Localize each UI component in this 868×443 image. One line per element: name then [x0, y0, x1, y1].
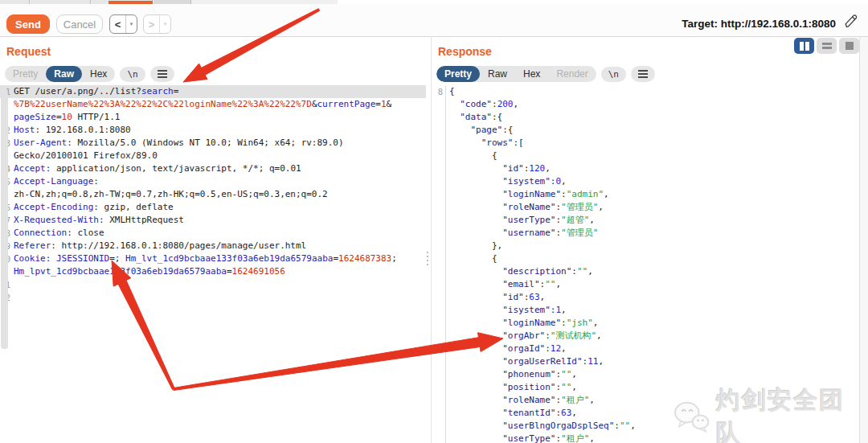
- editor-line[interactable]: "userBlngOrgaDsplSeq":"",: [432, 420, 859, 433]
- editor-line[interactable]: "id":63,: [432, 291, 859, 304]
- target-bar: Target: http://192.168.0.1:8080: [682, 15, 836, 31]
- editor-line[interactable]: "phonenum":"",: [432, 368, 859, 381]
- request-tab-raw[interactable]: Raw: [46, 66, 82, 82]
- editor-line[interactable]: "userType":"超管",: [432, 214, 859, 227]
- editor-line[interactable]: pageSize=10 HTTP/1.1: [0, 111, 426, 124]
- response-panel-title: Response: [438, 45, 492, 58]
- editor-line[interactable]: "loginName":"admin",: [432, 188, 859, 201]
- response-tab-render[interactable]: Render: [548, 66, 596, 82]
- request-tab-pretty[interactable]: Pretty: [5, 66, 46, 82]
- editor-line[interactable]: "username":"管理员": [432, 227, 859, 240]
- layout-rows-button[interactable]: [817, 38, 837, 54]
- request-menu-button[interactable]: [150, 66, 174, 82]
- response-scrollbar-thumb[interactable]: [1, 92, 8, 349]
- editor-line[interactable]: "description":"",: [432, 265, 859, 278]
- editor-line[interactable]: "orgaId":12,: [432, 343, 859, 355]
- editor-line[interactable]: "id":120,: [432, 162, 859, 175]
- toolbar-divider: [0, 36, 868, 37]
- editor-line[interactable]: "code":200,: [432, 98, 859, 111]
- repeater-toolbar: Send Cancel < ▼ > ▼ Target: http://192.1…: [0, 4, 868, 36]
- editor-line[interactable]: zh-CN,zh;q=0.8,zh-TW;q=0.7,zh-HK;q=0.5,e…: [0, 188, 426, 201]
- editor-line[interactable]: "email":"",: [432, 278, 859, 291]
- request-view-tabs: Pretty Raw Hex: [5, 66, 115, 82]
- back-arrow-icon[interactable]: <: [110, 15, 126, 33]
- editor-line[interactable]: 1: [0, 278, 426, 291]
- response-tab-pretty[interactable]: Pretty: [436, 66, 480, 82]
- response-menu-button[interactable]: [631, 66, 655, 82]
- editor-line[interactable]: 5Accept-Language:: [0, 175, 426, 188]
- back-dropdown-icon[interactable]: ▼: [126, 15, 137, 33]
- editor-line[interactable]: "roleName":"管理员",: [432, 201, 859, 214]
- editor-line[interactable]: %7B%22userName%22%3A%22%22%2C%22loginNam…: [0, 98, 426, 111]
- forward-arrow-icon[interactable]: >: [144, 15, 160, 33]
- response-gutter-divider: [445, 85, 446, 443]
- editor-line[interactable]: "orgAbr":"测试机构",: [432, 330, 859, 343]
- target-url: http://192.168.0.1:8080: [721, 18, 836, 30]
- response-view-tabs: Pretty Raw Hex Render: [436, 66, 596, 82]
- response-tab-hex[interactable]: Hex: [515, 66, 548, 82]
- editor-line[interactable]: 9Referer: http://192.168.0.1:8080/pages/…: [0, 240, 426, 252]
- request-tab-hex[interactable]: Hex: [82, 66, 115, 82]
- editor-line[interactable]: "userType":"租户",: [432, 433, 859, 443]
- response-view-tabbar: Pretty Raw Hex Render \n: [436, 66, 655, 82]
- editor-line[interactable]: "roleName":"租户",: [432, 394, 859, 407]
- editor-line[interactable]: 3User-Agent: Mozilla/5.0 (Windows NT 10.…: [0, 137, 426, 150]
- editor-line[interactable]: Gecko/20100101 Firefox/89.0: [0, 150, 426, 162]
- editor-line[interactable]: 4Accept: application/json, text/javascri…: [0, 162, 426, 175]
- layout-switcher: [794, 38, 859, 54]
- editor-line[interactable]: "loginName":"jsh",: [432, 317, 859, 330]
- editor-line[interactable]: 2Host: 192.168.0.1:8080: [0, 124, 426, 137]
- editor-line[interactable]: "rows":[: [432, 137, 859, 150]
- request-view-tabbar: Pretty Raw Hex \n: [5, 66, 174, 82]
- edit-target-pencil-icon[interactable]: [844, 14, 858, 30]
- editor-line[interactable]: "orgaUserRelId":11,: [432, 355, 859, 368]
- send-button[interactable]: Send: [6, 14, 50, 34]
- response-tab-raw[interactable]: Raw: [480, 66, 515, 82]
- cancel-button[interactable]: Cancel: [56, 14, 103, 34]
- editor-line[interactable]: "isystem":1,: [432, 304, 859, 317]
- editor-line[interactable]: 7X-Requested-With: XMLHttpRequest: [0, 214, 426, 227]
- history-back-button[interactable]: < ▼: [109, 14, 137, 34]
- arrow-head-search: [183, 64, 207, 82]
- editor-line[interactable]: 8Connection: close: [0, 227, 426, 240]
- forward-dropdown-icon[interactable]: ▼: [160, 15, 170, 33]
- target-label: Target:: [682, 18, 718, 30]
- burp-repeater-window: Send Cancel < ▼ > ▼ Target: http://192.1…: [0, 0, 868, 443]
- response-editor[interactable]: 8{ "code":200, "data":{ "page":{ "rows":…: [432, 85, 859, 443]
- editor-line[interactable]: "data":{: [432, 111, 859, 124]
- editor-line[interactable]: },: [432, 240, 859, 252]
- layout-columns-button[interactable]: [794, 38, 814, 54]
- editor-line[interactable]: 0Cookie: JSESSIONID=; Hm_lvt_1cd9bcbaae1…: [0, 252, 426, 265]
- editor-line[interactable]: "isystem":0,: [432, 175, 859, 188]
- editor-line[interactable]: "position":"",: [432, 381, 859, 394]
- splitter-handle[interactable]: [427, 252, 428, 265]
- response-newline-toggle[interactable]: \n: [601, 67, 626, 82]
- layout-single-button[interactable]: [839, 38, 859, 54]
- response-scrollbar[interactable]: [859, 37, 868, 443]
- request-newline-toggle[interactable]: \n: [120, 67, 145, 82]
- editor-line[interactable]: {: [432, 252, 859, 265]
- request-panel-title: Request: [6, 45, 51, 58]
- editor-line[interactable]: "page":{: [432, 124, 859, 137]
- editor-line[interactable]: {: [432, 150, 859, 162]
- request-editor[interactable]: 1GET /user/a.png/../list?search=%7B%22us…: [0, 85, 426, 443]
- editor-line[interactable]: 8{: [432, 85, 859, 98]
- editor-line[interactable]: "tenantId":63,: [432, 407, 859, 420]
- history-forward-button[interactable]: > ▼: [143, 14, 171, 34]
- editor-line[interactable]: 1GET /user/a.png/../list?search=: [0, 85, 426, 98]
- editor-line[interactable]: Hm_lpvt_1cd9bcbaae133f03a6eb19da6579aaba…: [0, 265, 426, 278]
- editor-line[interactable]: 6Accept-Encoding: gzip, deflate: [0, 201, 426, 214]
- editor-line[interactable]: 2: [0, 291, 426, 304]
